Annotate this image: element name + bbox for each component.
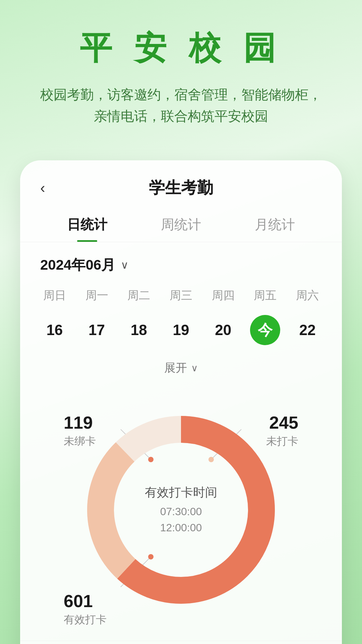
chart-center: 有效打卡时间 07:30:00 12:00:00 [145, 484, 217, 536]
weekday-1: 周一 [76, 284, 118, 307]
tab-monthly[interactable]: 月统计 [241, 209, 308, 242]
tab-weekly[interactable]: 周统计 [147, 209, 215, 242]
date-19[interactable]: 19 [160, 313, 202, 347]
stat-unbound: 119 未绑卡 [64, 413, 96, 449]
dates-row: 16 17 18 19 20 今 22 [34, 313, 328, 347]
page-wrapper: 平 安 校 园 校园考勤，访客邀约，宿舍管理，智能储物柜， 亲情电话，联合构筑平… [0, 0, 362, 644]
weekday-3: 周三 [160, 284, 202, 307]
stat-unbound-desc: 未绑卡 [64, 434, 96, 449]
calendar: 周日 周一 周二 周三 周四 周五 周六 16 17 18 19 20 今 22 [20, 284, 342, 347]
stat-valid: 601 有效打卡 [64, 591, 107, 627]
main-title: 平 安 校 园 [40, 27, 322, 70]
weekdays-row: 周日 周一 周二 周三 周四 周五 周六 [34, 284, 328, 307]
subtitle: 校园考勤，访客邀约，宿舍管理，智能储物柜， 亲情电话，联合构筑平安校园 [40, 84, 322, 127]
chart-section: 有效打卡时间 07:30:00 12:00:00 119 未绑卡 245 未打卡 [20, 386, 342, 641]
chart-center-time1: 07:30:00 12:00:00 [145, 503, 217, 536]
expand-label: 展开 [164, 360, 187, 376]
date-selector[interactable]: 2024年06月 ∨ [20, 256, 342, 274]
stat-unchecked-number: 245 [266, 413, 298, 433]
expand-row[interactable]: 展开 ∨ [20, 354, 342, 386]
date-16[interactable]: 16 [34, 313, 76, 347]
tab-daily[interactable]: 日统计 [54, 209, 121, 242]
weekday-4: 周四 [202, 284, 244, 307]
tabs-row: 日统计 周统计 月统计 [20, 209, 342, 242]
stat-valid-desc: 有效打卡 [64, 612, 107, 627]
expand-chevron-icon: ∨ [191, 363, 198, 374]
weekday-2: 周二 [118, 284, 160, 307]
stat-unchecked-desc: 未打卡 [266, 434, 298, 449]
stat-valid-number: 601 [64, 591, 107, 611]
subtitle-line1: 校园考勤，访客邀约，宿舍管理，智能储物柜， [40, 87, 322, 102]
date-today[interactable]: 今 [250, 315, 280, 345]
weekday-0: 周日 [34, 284, 76, 307]
date-display: 2024年06月 [40, 256, 115, 274]
chart-container: 有效打卡时间 07:30:00 12:00:00 119 未绑卡 245 未打卡 [64, 392, 298, 627]
stat-unchecked: 245 未打卡 [266, 413, 298, 449]
chart-center-label: 有效打卡时间 [145, 484, 217, 501]
card-header: ‹ 学生考勤 [20, 160, 342, 209]
title-section: 平 安 校 园 校园考勤，访客邀约，宿舍管理，智能储物柜， 亲情电话，联合构筑平… [40, 27, 322, 127]
bottom-label: 应打卡人数 [20, 641, 342, 644]
weekday-5: 周五 [244, 284, 287, 307]
weekday-6: 周六 [286, 284, 328, 307]
phone-card: ‹ 学生考勤 日统计 周统计 月统计 2024年06月 ∨ 周日 周一 周二 周… [20, 160, 342, 644]
chevron-down-icon: ∨ [121, 259, 128, 271]
date-20[interactable]: 20 [202, 313, 244, 347]
date-18[interactable]: 18 [118, 313, 160, 347]
page-title: 学生考勤 [149, 177, 213, 199]
back-button[interactable]: ‹ [40, 179, 45, 196]
date-22[interactable]: 22 [286, 313, 328, 347]
subtitle-line2: 亲情电话，联合构筑平安校园 [94, 109, 268, 123]
stat-unbound-number: 119 [64, 413, 96, 433]
date-17[interactable]: 17 [76, 313, 118, 347]
